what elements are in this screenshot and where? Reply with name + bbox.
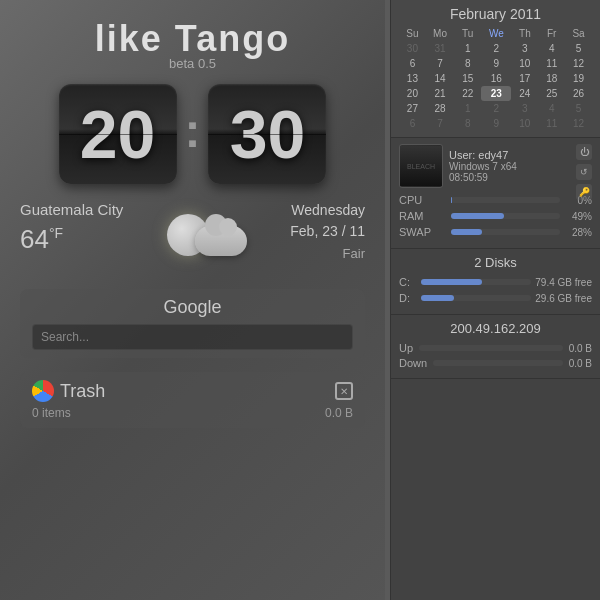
left-panel: like Tango beta 0.5 20 : 30 Guatemala Ci… xyxy=(0,0,385,600)
trash-icon-container: Trash xyxy=(32,380,105,402)
settings-button[interactable]: 🔑 xyxy=(576,184,592,200)
cal-day[interactable]: 30 xyxy=(399,41,426,56)
user-avatar: BLEACH xyxy=(399,144,443,188)
cal-day[interactable]: 2 xyxy=(481,41,511,56)
cpu-bar xyxy=(451,197,452,203)
clock-separator: : xyxy=(185,103,201,158)
cal-day[interactable]: 22 xyxy=(454,86,481,101)
refresh-button[interactable]: ↺ xyxy=(576,164,592,180)
cal-day[interactable]: 3 xyxy=(511,41,538,56)
calendar-title: February 2011 xyxy=(399,6,592,22)
ram-value: 49% xyxy=(564,211,592,222)
weather-left: Guatemala City 64°F xyxy=(20,200,123,255)
cal-day[interactable]: 21 xyxy=(426,86,454,101)
cal-day[interactable]: 1 xyxy=(454,41,481,56)
disk-c-bar-container xyxy=(421,279,531,285)
cal-day[interactable]: 11 xyxy=(538,56,565,71)
trash-items-count: 0 items xyxy=(32,406,71,420)
cal-day[interactable]: 4 xyxy=(538,101,565,116)
power-button[interactable]: ⏻ xyxy=(576,144,592,160)
disk-d-row: D: 29.6 GB free xyxy=(399,292,592,304)
cal-day[interactable]: 5 xyxy=(565,41,592,56)
cal-header-we: We xyxy=(481,26,511,41)
disk-c-bar xyxy=(421,279,482,285)
cal-day[interactable]: 12 xyxy=(565,56,592,71)
weather-city: Guatemala City xyxy=(20,200,123,220)
trash-clear-button[interactable]: ✕ xyxy=(335,382,353,400)
cal-day[interactable]: 27 xyxy=(399,101,426,116)
cal-day[interactable]: 18 xyxy=(538,71,565,86)
user-os: Windows 7 x64 xyxy=(449,161,592,172)
cal-day[interactable]: 2 xyxy=(481,101,511,116)
network-widget: 200.49.162.209 Up 0.0 B Down 0.0 B xyxy=(391,315,600,379)
cal-day[interactable]: 7 xyxy=(426,116,454,131)
trash-size: 0.0 B xyxy=(325,406,353,420)
cal-day[interactable]: 20 xyxy=(399,86,426,101)
cal-day[interactable]: 10 xyxy=(511,116,538,131)
cal-day[interactable]: 15 xyxy=(454,71,481,86)
cloud-icon xyxy=(195,226,247,256)
cal-day[interactable]: 13 xyxy=(399,71,426,86)
ram-bar xyxy=(451,213,504,219)
cal-day[interactable]: 6 xyxy=(399,56,426,71)
cal-day[interactable]: 7 xyxy=(426,56,454,71)
net-down-row: Down 0.0 B xyxy=(399,357,592,369)
system-info-widget: BLEACH User: edy47 Windows 7 x64 08:50:5… xyxy=(391,138,600,249)
cal-day[interactable]: 3 xyxy=(511,101,538,116)
cal-day-today[interactable]: 23 xyxy=(481,86,511,101)
cal-day[interactable]: 4 xyxy=(538,41,565,56)
cal-day[interactable]: 19 xyxy=(565,71,592,86)
cal-day[interactable]: 17 xyxy=(511,71,538,86)
swap-stat-row: SWAP 28% xyxy=(399,226,592,238)
cal-header-th: Th xyxy=(511,26,538,41)
cal-day[interactable]: 25 xyxy=(538,86,565,101)
cpu-bar-container xyxy=(451,197,560,203)
cal-day[interactable]: 12 xyxy=(565,116,592,131)
cal-day[interactable]: 14 xyxy=(426,71,454,86)
user-details: User: edy47 Windows 7 x64 08:50:59 xyxy=(449,149,592,183)
weather-right: Wednesday Feb, 23 / 11 Fair xyxy=(290,200,365,261)
cal-day[interactable]: 8 xyxy=(454,116,481,131)
net-down-label: Down xyxy=(399,357,427,369)
trash-info: 0 items 0.0 B xyxy=(32,406,353,420)
cal-week-1: 30 31 1 2 3 4 5 xyxy=(399,41,592,56)
ram-stat-row: RAM 49% xyxy=(399,210,592,222)
cal-day[interactable]: 5 xyxy=(565,101,592,116)
cal-day[interactable]: 16 xyxy=(481,71,511,86)
app-title-container: like Tango beta 0.5 xyxy=(0,0,385,76)
cal-day[interactable]: 28 xyxy=(426,101,454,116)
cal-day[interactable]: 11 xyxy=(538,116,565,131)
weather-condition: Fair xyxy=(290,246,365,261)
swap-value: 28% xyxy=(564,227,592,238)
cal-day[interactable]: 9 xyxy=(481,116,511,131)
calendar-grid: Su Mo Tu We Th Fr Sa 30 31 1 2 3 4 5 xyxy=(399,26,592,131)
right-panel: February 2011 Su Mo Tu We Th Fr Sa 30 31… xyxy=(390,0,600,600)
cal-day[interactable]: 10 xyxy=(511,56,538,71)
cal-day[interactable]: 8 xyxy=(454,56,481,71)
net-up-label: Up xyxy=(399,342,413,354)
cal-day[interactable]: 24 xyxy=(511,86,538,101)
cal-day[interactable]: 6 xyxy=(399,116,426,131)
app-beta: beta 0.5 xyxy=(0,56,385,71)
cal-day[interactable]: 1 xyxy=(454,101,481,116)
cal-day[interactable]: 26 xyxy=(565,86,592,101)
network-ip: 200.49.162.209 xyxy=(399,321,592,336)
google-search-box[interactable]: Search... xyxy=(32,324,353,350)
google-widget: Google Search... xyxy=(20,289,365,358)
trash-header: Trash ✕ xyxy=(32,380,353,402)
disks-widget: 2 Disks C: 79.4 GB free D: 29.6 GB free xyxy=(391,249,600,315)
disk-d-label: D: xyxy=(399,292,417,304)
swap-bar xyxy=(451,229,482,235)
cal-week-6: 6 7 8 9 10 11 12 xyxy=(399,116,592,131)
google-title: Google xyxy=(32,297,353,318)
cal-day[interactable]: 31 xyxy=(426,41,454,56)
cal-week-5: 27 28 1 2 3 4 5 xyxy=(399,101,592,116)
cal-header-sa: Sa xyxy=(565,26,592,41)
app-title: like Tango xyxy=(95,18,290,59)
cal-header-su: Su xyxy=(399,26,426,41)
trash-label: Trash xyxy=(60,381,105,402)
weather-date-line2: Feb, 23 / 11 xyxy=(290,221,365,242)
cal-week-2: 6 7 8 9 10 11 12 xyxy=(399,56,592,71)
cal-day[interactable]: 9 xyxy=(481,56,511,71)
user-row: BLEACH User: edy47 Windows 7 x64 08:50:5… xyxy=(399,144,592,188)
